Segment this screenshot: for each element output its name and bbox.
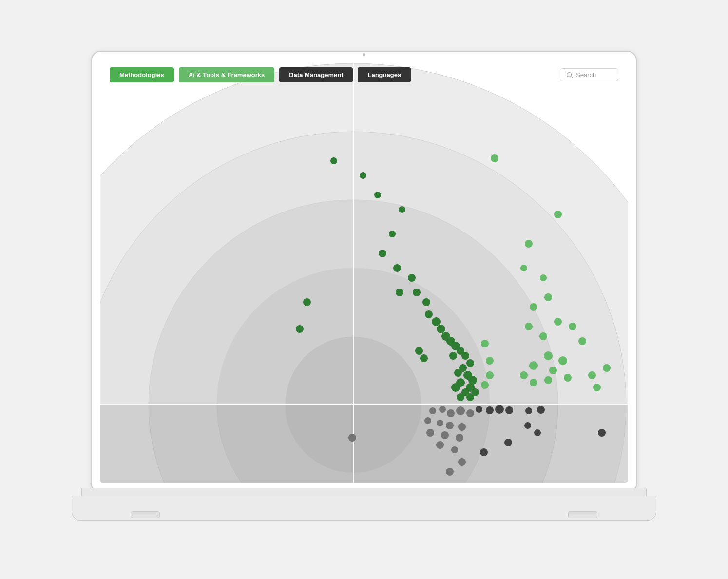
- laptop-screen-body: Methodologies Ai & Tools & Frameworks Da…: [91, 51, 637, 489]
- nav-bar: Methodologies Ai & Tools & Frameworks Da…: [110, 67, 618, 82]
- dot: [491, 154, 498, 162]
- laptop-foot-left: [131, 511, 160, 518]
- screen-content: Methodologies Ai & Tools & Frameworks Da…: [100, 58, 628, 482]
- laptop-base: [72, 488, 656, 528]
- dot: [446, 468, 454, 476]
- dot: [451, 383, 460, 392]
- dot: [549, 367, 557, 374]
- dot: [476, 406, 482, 413]
- dot: [525, 323, 533, 330]
- search-input-placeholder: Search: [576, 71, 596, 78]
- dot: [420, 354, 428, 362]
- dot: [480, 448, 488, 456]
- dot: [539, 332, 547, 340]
- dot: [486, 371, 494, 379]
- dot: [439, 406, 446, 413]
- dot: [425, 310, 433, 318]
- dot: [426, 429, 434, 437]
- radar-chart-svg: [100, 63, 628, 482]
- dot: [408, 274, 416, 282]
- dot: [481, 340, 489, 347]
- dot: [449, 352, 457, 360]
- dot: [458, 423, 466, 431]
- radar-chart-container: [100, 63, 628, 482]
- dot: [588, 371, 596, 379]
- dot: [593, 384, 601, 391]
- dot: [486, 406, 494, 414]
- laptop-screen-bezel: Methodologies Ai & Tools & Frameworks Da…: [100, 58, 628, 482]
- laptop-foot-right: [568, 511, 597, 518]
- dot: [603, 364, 611, 372]
- dot: [481, 381, 489, 389]
- dot: [396, 289, 403, 296]
- tab-data-management[interactable]: Data Management: [279, 67, 353, 82]
- dot: [374, 192, 381, 198]
- laptop-camera: [363, 53, 365, 56]
- dot: [451, 446, 458, 453]
- dot: [564, 374, 572, 382]
- dot: [525, 407, 532, 414]
- svg-line-1: [571, 76, 573, 78]
- dot: [504, 439, 512, 446]
- dot: [437, 420, 443, 426]
- dot: [520, 265, 527, 271]
- dot: [520, 371, 528, 379]
- dot: [569, 323, 576, 330]
- dot: [530, 379, 537, 386]
- dot: [544, 293, 552, 301]
- dot: [486, 357, 494, 365]
- dot: [457, 393, 464, 401]
- dot: [437, 325, 445, 333]
- dot: [525, 240, 533, 248]
- tab-languages[interactable]: Languages: [358, 67, 411, 82]
- dot: [389, 231, 396, 237]
- dot: [458, 458, 466, 466]
- dot: [540, 274, 547, 281]
- dot: [456, 406, 465, 415]
- dot: [466, 359, 474, 367]
- dot: [529, 361, 538, 370]
- dot: [296, 325, 304, 333]
- dot: [436, 441, 444, 449]
- search-icon: [566, 72, 573, 78]
- dot: [466, 393, 474, 401]
- dot: [598, 429, 606, 437]
- search-box[interactable]: Search: [560, 68, 618, 81]
- dot: [530, 303, 537, 311]
- dot: [505, 406, 513, 414]
- dot: [303, 298, 311, 306]
- dot: [399, 206, 405, 213]
- dot: [360, 172, 366, 179]
- dot: [495, 405, 504, 414]
- dot: [379, 250, 386, 257]
- dot: [461, 352, 469, 360]
- dot: [393, 264, 401, 272]
- laptop-frame: Methodologies Ai & Tools & Frameworks Da…: [72, 51, 656, 528]
- dot: [348, 434, 356, 442]
- dot: [330, 157, 337, 164]
- dot: [447, 409, 455, 417]
- dot: [554, 318, 562, 326]
- dot: [578, 337, 586, 345]
- dot: [456, 434, 463, 442]
- dot: [544, 376, 552, 384]
- dot: [422, 298, 430, 306]
- dot: [524, 422, 531, 429]
- dot: [432, 317, 441, 326]
- tab-methodologies[interactable]: Methodologies: [110, 67, 174, 82]
- dot: [446, 422, 454, 429]
- dot: [466, 409, 474, 417]
- dot: [554, 211, 562, 218]
- dot: [544, 351, 553, 360]
- tab-ai-tools[interactable]: Ai & Tools & Frameworks: [179, 67, 275, 82]
- laptop-base-bottom: [72, 496, 656, 521]
- dot: [424, 417, 431, 424]
- dot: [558, 356, 567, 365]
- dot: [413, 289, 421, 296]
- dot: [429, 407, 436, 414]
- dot: [537, 406, 545, 414]
- dot: [454, 369, 462, 377]
- dot: [534, 429, 541, 436]
- dot: [415, 347, 423, 355]
- dot: [441, 431, 449, 439]
